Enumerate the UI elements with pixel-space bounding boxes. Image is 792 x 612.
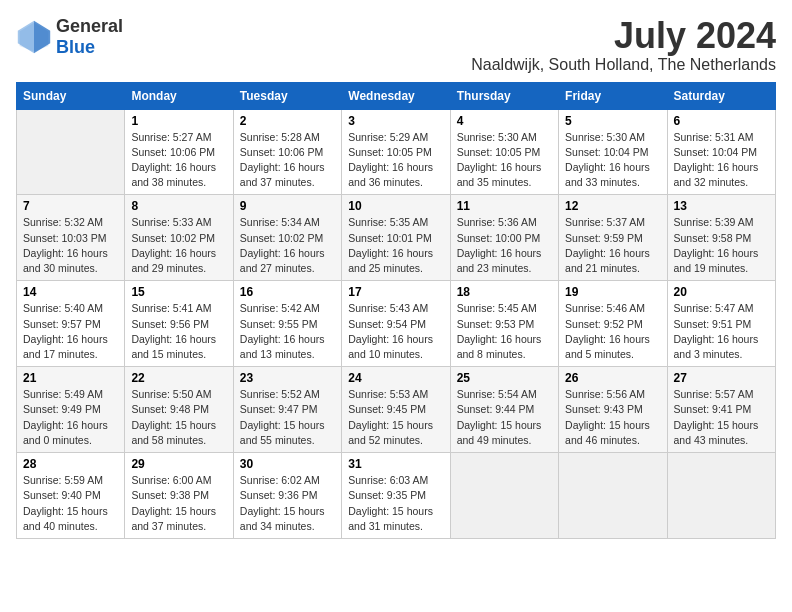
- page-header: General Blue July 2024 Naaldwijk, South …: [16, 16, 776, 74]
- header-sunday: Sunday: [17, 82, 125, 109]
- header-tuesday: Tuesday: [233, 82, 341, 109]
- header-saturday: Saturday: [667, 82, 775, 109]
- day-info: Sunrise: 5:43 AM Sunset: 9:54 PM Dayligh…: [348, 301, 443, 362]
- day-number: 9: [240, 199, 335, 213]
- day-info: Sunrise: 5:41 AM Sunset: 9:56 PM Dayligh…: [131, 301, 226, 362]
- day-number: 6: [674, 114, 769, 128]
- day-number: 5: [565, 114, 660, 128]
- calendar-cell: 23Sunrise: 5:52 AM Sunset: 9:47 PM Dayli…: [233, 367, 341, 453]
- header-wednesday: Wednesday: [342, 82, 450, 109]
- logo: General Blue: [16, 16, 123, 58]
- calendar-cell: 14Sunrise: 5:40 AM Sunset: 9:57 PM Dayli…: [17, 281, 125, 367]
- day-info: Sunrise: 5:32 AM Sunset: 10:03 PM Daylig…: [23, 215, 118, 276]
- calendar-cell: 17Sunrise: 5:43 AM Sunset: 9:54 PM Dayli…: [342, 281, 450, 367]
- day-number: 15: [131, 285, 226, 299]
- calendar-cell: [17, 109, 125, 195]
- day-number: 16: [240, 285, 335, 299]
- calendar-cell: 15Sunrise: 5:41 AM Sunset: 9:56 PM Dayli…: [125, 281, 233, 367]
- day-number: 25: [457, 371, 552, 385]
- logo-text: General Blue: [56, 16, 123, 58]
- day-number: 24: [348, 371, 443, 385]
- day-number: 17: [348, 285, 443, 299]
- calendar-cell: 11Sunrise: 5:36 AM Sunset: 10:00 PM Dayl…: [450, 195, 558, 281]
- day-number: 1: [131, 114, 226, 128]
- day-number: 20: [674, 285, 769, 299]
- day-number: 23: [240, 371, 335, 385]
- calendar-cell: 18Sunrise: 5:45 AM Sunset: 9:53 PM Dayli…: [450, 281, 558, 367]
- day-number: 12: [565, 199, 660, 213]
- calendar-cell: 21Sunrise: 5:49 AM Sunset: 9:49 PM Dayli…: [17, 367, 125, 453]
- week-row-0: 1Sunrise: 5:27 AM Sunset: 10:06 PM Dayli…: [17, 109, 776, 195]
- day-info: Sunrise: 6:02 AM Sunset: 9:36 PM Dayligh…: [240, 473, 335, 534]
- calendar-header-row: SundayMondayTuesdayWednesdayThursdayFrid…: [17, 82, 776, 109]
- calendar-cell: 13Sunrise: 5:39 AM Sunset: 9:58 PM Dayli…: [667, 195, 775, 281]
- day-number: 14: [23, 285, 118, 299]
- day-number: 10: [348, 199, 443, 213]
- day-number: 2: [240, 114, 335, 128]
- day-number: 8: [131, 199, 226, 213]
- calendar-cell: 19Sunrise: 5:46 AM Sunset: 9:52 PM Dayli…: [559, 281, 667, 367]
- day-number: 22: [131, 371, 226, 385]
- header-friday: Friday: [559, 82, 667, 109]
- day-number: 30: [240, 457, 335, 471]
- day-info: Sunrise: 5:33 AM Sunset: 10:02 PM Daylig…: [131, 215, 226, 276]
- calendar-cell: 6Sunrise: 5:31 AM Sunset: 10:04 PM Dayli…: [667, 109, 775, 195]
- calendar-cell: 22Sunrise: 5:50 AM Sunset: 9:48 PM Dayli…: [125, 367, 233, 453]
- day-info: Sunrise: 5:56 AM Sunset: 9:43 PM Dayligh…: [565, 387, 660, 448]
- day-info: Sunrise: 5:34 AM Sunset: 10:02 PM Daylig…: [240, 215, 335, 276]
- title-area: July 2024 Naaldwijk, South Holland, The …: [471, 16, 776, 74]
- calendar-cell: 20Sunrise: 5:47 AM Sunset: 9:51 PM Dayli…: [667, 281, 775, 367]
- calendar-cell: 12Sunrise: 5:37 AM Sunset: 9:59 PM Dayli…: [559, 195, 667, 281]
- day-info: Sunrise: 5:36 AM Sunset: 10:00 PM Daylig…: [457, 215, 552, 276]
- header-monday: Monday: [125, 82, 233, 109]
- day-info: Sunrise: 5:42 AM Sunset: 9:55 PM Dayligh…: [240, 301, 335, 362]
- day-info: Sunrise: 5:50 AM Sunset: 9:48 PM Dayligh…: [131, 387, 226, 448]
- week-row-4: 28Sunrise: 5:59 AM Sunset: 9:40 PM Dayli…: [17, 453, 776, 539]
- location-title: Naaldwijk, South Holland, The Netherland…: [471, 56, 776, 74]
- month-title: July 2024: [471, 16, 776, 56]
- day-info: Sunrise: 6:00 AM Sunset: 9:38 PM Dayligh…: [131, 473, 226, 534]
- calendar-table: SundayMondayTuesdayWednesdayThursdayFrid…: [16, 82, 776, 539]
- calendar-cell: 3Sunrise: 5:29 AM Sunset: 10:05 PM Dayli…: [342, 109, 450, 195]
- day-info: Sunrise: 5:40 AM Sunset: 9:57 PM Dayligh…: [23, 301, 118, 362]
- day-info: Sunrise: 5:49 AM Sunset: 9:49 PM Dayligh…: [23, 387, 118, 448]
- day-info: Sunrise: 5:31 AM Sunset: 10:04 PM Daylig…: [674, 130, 769, 191]
- day-number: 4: [457, 114, 552, 128]
- day-info: Sunrise: 5:30 AM Sunset: 10:04 PM Daylig…: [565, 130, 660, 191]
- calendar-cell: 26Sunrise: 5:56 AM Sunset: 9:43 PM Dayli…: [559, 367, 667, 453]
- day-info: Sunrise: 5:37 AM Sunset: 9:59 PM Dayligh…: [565, 215, 660, 276]
- day-number: 27: [674, 371, 769, 385]
- week-row-1: 7Sunrise: 5:32 AM Sunset: 10:03 PM Dayli…: [17, 195, 776, 281]
- calendar-cell: 31Sunrise: 6:03 AM Sunset: 9:35 PM Dayli…: [342, 453, 450, 539]
- calendar-body: 1Sunrise: 5:27 AM Sunset: 10:06 PM Dayli…: [17, 109, 776, 538]
- day-number: 19: [565, 285, 660, 299]
- day-number: 7: [23, 199, 118, 213]
- calendar-cell: [667, 453, 775, 539]
- logo-icon: [16, 19, 52, 55]
- day-info: Sunrise: 5:39 AM Sunset: 9:58 PM Dayligh…: [674, 215, 769, 276]
- day-info: Sunrise: 5:45 AM Sunset: 9:53 PM Dayligh…: [457, 301, 552, 362]
- calendar-cell: [559, 453, 667, 539]
- calendar-cell: 24Sunrise: 5:53 AM Sunset: 9:45 PM Dayli…: [342, 367, 450, 453]
- calendar-cell: 10Sunrise: 5:35 AM Sunset: 10:01 PM Dayl…: [342, 195, 450, 281]
- calendar-cell: 30Sunrise: 6:02 AM Sunset: 9:36 PM Dayli…: [233, 453, 341, 539]
- day-info: Sunrise: 5:28 AM Sunset: 10:06 PM Daylig…: [240, 130, 335, 191]
- calendar-cell: 1Sunrise: 5:27 AM Sunset: 10:06 PM Dayli…: [125, 109, 233, 195]
- calendar-cell: 28Sunrise: 5:59 AM Sunset: 9:40 PM Dayli…: [17, 453, 125, 539]
- week-row-2: 14Sunrise: 5:40 AM Sunset: 9:57 PM Dayli…: [17, 281, 776, 367]
- day-info: Sunrise: 5:30 AM Sunset: 10:05 PM Daylig…: [457, 130, 552, 191]
- day-info: Sunrise: 5:47 AM Sunset: 9:51 PM Dayligh…: [674, 301, 769, 362]
- calendar-cell: 16Sunrise: 5:42 AM Sunset: 9:55 PM Dayli…: [233, 281, 341, 367]
- day-info: Sunrise: 5:27 AM Sunset: 10:06 PM Daylig…: [131, 130, 226, 191]
- header-thursday: Thursday: [450, 82, 558, 109]
- calendar-cell: 27Sunrise: 5:57 AM Sunset: 9:41 PM Dayli…: [667, 367, 775, 453]
- calendar-cell: 8Sunrise: 5:33 AM Sunset: 10:02 PM Dayli…: [125, 195, 233, 281]
- calendar-cell: 29Sunrise: 6:00 AM Sunset: 9:38 PM Dayli…: [125, 453, 233, 539]
- day-number: 18: [457, 285, 552, 299]
- day-number: 11: [457, 199, 552, 213]
- day-info: Sunrise: 5:59 AM Sunset: 9:40 PM Dayligh…: [23, 473, 118, 534]
- day-info: Sunrise: 5:57 AM Sunset: 9:41 PM Dayligh…: [674, 387, 769, 448]
- day-number: 31: [348, 457, 443, 471]
- calendar-cell: 5Sunrise: 5:30 AM Sunset: 10:04 PM Dayli…: [559, 109, 667, 195]
- logo-blue: Blue: [56, 37, 95, 57]
